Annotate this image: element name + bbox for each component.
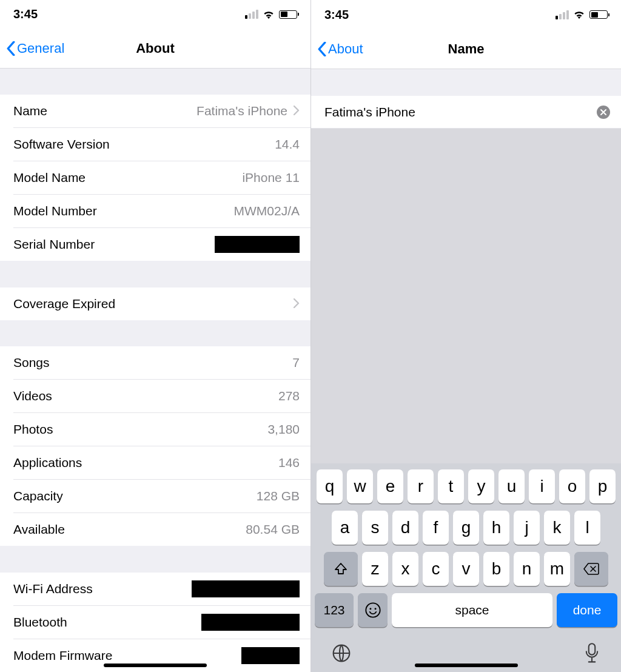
back-label: General	[17, 41, 64, 56]
redacted-value	[215, 236, 300, 253]
row-model-name: Model Name iPhone 11	[0, 161, 310, 194]
row-songs: Songs7	[0, 346, 310, 379]
key-k[interactable]: k	[544, 511, 570, 545]
status-bar: 3:45	[0, 0, 310, 29]
battery-icon	[589, 10, 608, 19]
name-label: Name	[13, 104, 47, 118]
status-time: 3:45	[324, 8, 349, 22]
key-q[interactable]: q	[317, 469, 343, 503]
row-model-number: Model Number MWM02J/A	[0, 195, 310, 227]
key-g[interactable]: g	[453, 511, 479, 545]
shift-icon	[334, 562, 348, 576]
wifi-icon	[262, 10, 275, 19]
key-z[interactable]: z	[362, 552, 388, 586]
key-row-4: 123 space done	[315, 593, 617, 627]
key-s[interactable]: s	[362, 511, 388, 545]
key-e[interactable]: e	[377, 469, 403, 503]
key-h[interactable]: h	[483, 511, 509, 545]
clear-text-button[interactable]	[597, 106, 610, 119]
redacted-value	[201, 614, 300, 631]
row-serial-number: Serial Number	[0, 228, 310, 261]
cellular-icon	[556, 10, 569, 19]
key-n[interactable]: n	[514, 552, 540, 586]
row-coverage[interactable]: Coverage Expired	[0, 287, 310, 320]
globe-key[interactable]	[332, 643, 351, 663]
key-u[interactable]: u	[498, 469, 525, 503]
about-group-network: Wi-Fi Address Bluetooth Modem Firmware	[0, 573, 310, 672]
row-capacity: Capacity128 GB	[0, 480, 310, 512]
key-row-1: qwertyuiop	[315, 469, 617, 503]
keyboard-bottom-row	[315, 634, 617, 664]
microphone-icon	[583, 643, 600, 664]
row-software-version: Software Version 14.4	[0, 128, 310, 161]
key-w[interactable]: w	[347, 469, 373, 503]
key-o[interactable]: o	[559, 469, 585, 503]
status-time: 3:45	[13, 7, 38, 21]
done-key[interactable]: done	[557, 593, 617, 627]
name-edit-screen: 3:45 About Name Fatima's iPhone qwertyui…	[310, 0, 621, 672]
svg-rect-4	[589, 643, 595, 654]
redacted-value	[192, 580, 300, 597]
page-title: About	[136, 41, 175, 56]
key-t[interactable]: t	[438, 469, 464, 503]
status-bar: 3:45	[311, 0, 621, 29]
home-indicator[interactable]	[415, 664, 518, 667]
back-label: About	[328, 41, 363, 57]
status-icons	[245, 10, 297, 19]
nav-bar: General About	[0, 29, 310, 69]
row-name[interactable]: Name Fatima's iPhone	[0, 95, 310, 127]
status-icons	[556, 10, 608, 19]
battery-icon	[279, 10, 297, 19]
cellular-icon	[245, 10, 258, 19]
emoji-icon	[364, 602, 381, 619]
numbers-key[interactable]: 123	[315, 593, 354, 627]
key-row-3: zxcvbnm	[315, 552, 617, 586]
key-j[interactable]: j	[514, 511, 540, 545]
page-title: Name	[448, 41, 485, 57]
key-f[interactable]: f	[423, 511, 449, 545]
key-v[interactable]: v	[453, 552, 479, 586]
key-r[interactable]: r	[408, 469, 434, 503]
key-p[interactable]: p	[589, 469, 616, 503]
key-m[interactable]: m	[544, 552, 570, 586]
about-group-stats: Songs7 Videos278 Photos3,180 Application…	[0, 346, 310, 546]
globe-icon	[332, 643, 351, 663]
back-button[interactable]: About	[311, 41, 363, 57]
key-b[interactable]: b	[483, 552, 509, 586]
key-c[interactable]: c	[423, 552, 449, 586]
svg-point-1	[369, 608, 371, 610]
row-bluetooth: Bluetooth	[0, 606, 310, 639]
about-screen: 3:45 General About Name Fatima's iPhone …	[0, 0, 310, 672]
chevron-right-icon	[294, 104, 300, 118]
key-i[interactable]: i	[529, 469, 555, 503]
row-videos: Videos278	[0, 380, 310, 412]
key-a[interactable]: a	[332, 511, 358, 545]
x-icon	[600, 109, 607, 116]
back-button[interactable]: General	[0, 41, 64, 56]
nav-bar: About Name	[311, 29, 621, 69]
key-l[interactable]: l	[574, 511, 600, 545]
space-key[interactable]: space	[392, 593, 552, 627]
home-indicator[interactable]	[104, 664, 207, 667]
row-wifi-address: Wi-Fi Address	[0, 573, 310, 605]
chevron-left-icon	[317, 42, 327, 56]
name-input-row: Fatima's iPhone	[311, 96, 621, 129]
svg-point-2	[374, 608, 376, 610]
emoji-key[interactable]	[358, 593, 388, 627]
backspace-key[interactable]	[574, 552, 608, 586]
name-value: Fatima's iPhone	[196, 104, 287, 118]
name-input[interactable]: Fatima's iPhone	[324, 105, 597, 119]
backspace-icon	[583, 562, 600, 576]
svg-point-0	[366, 603, 380, 617]
key-x[interactable]: x	[392, 552, 418, 586]
row-photos: Photos3,180	[0, 413, 310, 446]
dictation-key[interactable]	[583, 643, 600, 664]
key-d[interactable]: d	[392, 511, 418, 545]
keyboard: qwertyuiop asdfghjkl zxcvbnm 123 space d…	[311, 463, 621, 672]
about-group-device: Name Fatima's iPhone Software Version 14…	[0, 95, 310, 261]
row-available: Available80.54 GB	[0, 513, 310, 546]
chevron-left-icon	[6, 41, 16, 56]
chevron-right-icon	[294, 297, 300, 311]
shift-key[interactable]	[324, 552, 358, 586]
key-y[interactable]: y	[468, 469, 494, 503]
